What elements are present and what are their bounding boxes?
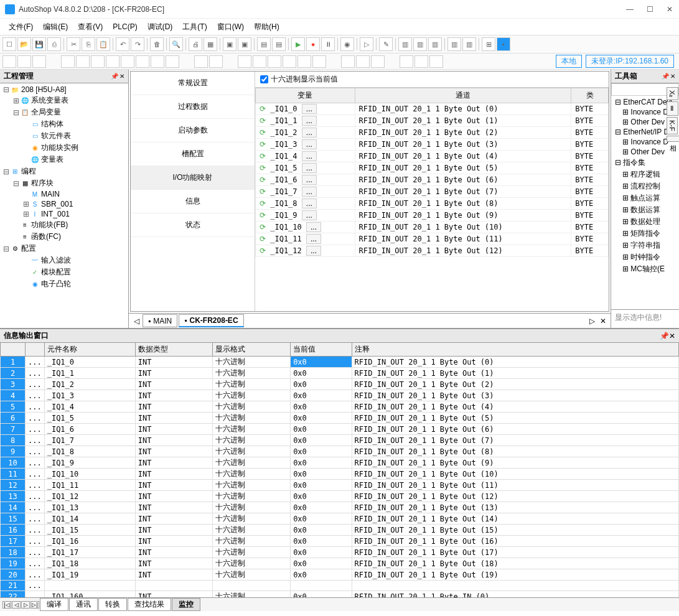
config-tab[interactable]: 启动参数 [131, 119, 255, 142]
out-header[interactable]: 当前值 [291, 343, 352, 357]
btab-next[interactable]: ▷ [21, 601, 30, 609]
tb-h[interactable]: ▥ [398, 37, 412, 51]
out-header[interactable] [26, 343, 45, 357]
pause-button[interactable]: ⏸ [321, 37, 335, 51]
tree-node[interactable]: ⊟📋全局变量 [1, 106, 127, 118]
tree-node[interactable]: MMAIN [1, 189, 127, 199]
out-header[interactable]: 元件名称 [44, 343, 135, 357]
output-row[interactable]: 10..._IQ1_9INT十六进制0x0RFID_IN_OUT 20_1 1 … [1, 457, 679, 469]
toolbox-node[interactable]: ⊞ MC轴控(E [612, 263, 678, 275]
tree-node[interactable]: ⊟📁208 [H5U-A8] [1, 85, 127, 95]
tb2-j[interactable] [151, 55, 164, 68]
tb2-u[interactable] [356, 55, 370, 68]
browse-button[interactable]: ... [302, 128, 317, 138]
output-tab[interactable]: 编译 [40, 598, 68, 611]
tab-nav-left[interactable]: ◁ [131, 317, 141, 325]
editor-tab[interactable]: ▪CK-FR208-EC [179, 314, 243, 327]
btab-prev[interactable]: ◁ [12, 601, 21, 609]
output-row[interactable]: 6..._IQ1_5INT十六进制0x0RFID_IN_OUT 20_1 1 B… [1, 413, 679, 424]
menu-item[interactable]: 窗口(W) [213, 21, 248, 34]
browse-button[interactable]: ... [302, 163, 317, 173]
tb-n[interactable]: ▪ [497, 37, 510, 51]
io-row[interactable]: ⟳ _IQ1_1 ...RFID_IN_OUT 20_1 1 Byte Out … [256, 115, 609, 127]
output-row[interactable]: 3..._IQ1_2INT十六进制0x0RFID_IN_OUT 20_1 1 B… [1, 379, 679, 390]
column-header[interactable]: 变量 [256, 88, 355, 103]
tb2-n[interactable] [238, 55, 251, 68]
output-row[interactable]: 17..._IQ1_16INT十六进制0x0RFID_IN_OUT 20_1 1… [1, 536, 679, 547]
tree-node[interactable]: ⊟▦程序块 [1, 177, 127, 189]
config-tab[interactable]: 槽配置 [131, 142, 255, 166]
out-header[interactable] [1, 343, 26, 357]
browse-button[interactable]: ... [302, 139, 317, 149]
io-row[interactable]: ⟳ _IQ1_6 ...RFID_IN_OUT 20_1 1 Byte Out … [256, 174, 609, 186]
toolbox-node[interactable]: ⊞ 触点运算 [612, 192, 678, 204]
tree-node[interactable]: ⊞🌐系统变量表 [1, 95, 127, 106]
out-header[interactable]: 注释 [352, 343, 678, 357]
tb2-s[interactable] [312, 55, 326, 68]
tb2-e[interactable] [76, 55, 90, 68]
local-indicator[interactable]: 本地 [556, 55, 582, 68]
tb2-p[interactable] [268, 55, 281, 68]
output-row[interactable]: 15..._IQ1_14INT十六进制0x0RFID_IN_OUT 20_1 1… [1, 513, 679, 525]
tb-a[interactable]: ▣ [223, 37, 236, 51]
tree-node[interactable]: ◉功能块实例 [1, 142, 127, 154]
output-tab[interactable]: 监控 [172, 598, 200, 611]
browse-button[interactable]: ... [302, 175, 317, 185]
tb2-t[interactable] [341, 55, 355, 68]
search-button[interactable]: 🔍 [169, 37, 183, 51]
tb-b[interactable]: ▣ [238, 37, 251, 51]
browse-button[interactable]: ... [302, 198, 317, 208]
tb2-k[interactable] [166, 55, 179, 68]
side-tab[interactable]: K-F [667, 117, 678, 134]
menu-item[interactable]: 文件(F) [5, 21, 37, 34]
maximize-button[interactable]: ☐ [645, 5, 654, 14]
close-icon[interactable]: ✕ [670, 73, 675, 80]
tb2-c[interactable] [32, 55, 46, 68]
io-mapping-table[interactable]: 变量通道类⟳ _IQ1_0 ...RFID_IN_OUT 20_1 1 Byte… [255, 87, 609, 311]
toolbox-node[interactable]: ⊞ 流程控制 [612, 180, 678, 192]
toolbox-node[interactable]: ⊞ 字符串指 [612, 240, 678, 251]
tb2-h[interactable] [121, 55, 134, 68]
browse-button[interactable]: ... [306, 246, 321, 256]
config-tab[interactable]: 过程数据 [131, 95, 255, 119]
minimize-button[interactable]: — [625, 5, 634, 14]
toolbox-node[interactable]: ⊞ 矩阵指令 [612, 228, 678, 240]
toolbox-node[interactable]: ⊟ 指令集 [612, 157, 678, 169]
output-row[interactable]: 8..._IQ1_7INT十六进制0x0RFID_IN_OUT 20_1 1 B… [1, 435, 679, 446]
tb2-o[interactable] [253, 55, 266, 68]
tb-k[interactable]: ▥ [447, 37, 461, 51]
tb2-q[interactable] [283, 55, 296, 68]
cut-button[interactable]: ✂ [67, 37, 80, 51]
menu-item[interactable]: 查看(V) [74, 21, 106, 34]
tree-node[interactable]: ⊟⊞编程 [1, 166, 127, 177]
ip-indicator[interactable]: 未登录:IP:192.168.1.60 [586, 55, 674, 68]
pin-icon[interactable]: 📌 [111, 73, 118, 80]
io-row[interactable]: ⟳ _IQ1_4 ...RFID_IN_OUT 20_1 1 Byte Out … [256, 151, 609, 162]
print-button[interactable]: 🖨 [189, 37, 202, 51]
browse-button[interactable]: ... [302, 104, 317, 114]
output-row[interactable]: 1..._IQ1_0INT十六进制0x0RFID_IN_OUT 20_1 1 B… [1, 357, 679, 368]
tree-node[interactable]: ⊞IINT_001 [1, 209, 127, 219]
delete-button[interactable]: 🗑 [150, 37, 164, 51]
save-button[interactable]: 💾 [32, 37, 46, 51]
tree-node[interactable]: 🌐变量表 [1, 154, 127, 166]
output-tab[interactable]: 查找结果 [128, 598, 171, 611]
pin-icon[interactable]: 📌 [662, 73, 669, 80]
column-header[interactable]: 类 [571, 88, 609, 103]
tb2-y[interactable] [429, 55, 443, 68]
new-button[interactable]: ☐ [2, 37, 16, 51]
btab-last[interactable]: ▷| [30, 601, 39, 609]
redo-button[interactable]: ↷ [131, 37, 144, 51]
undo-button[interactable]: ↶ [116, 37, 129, 51]
tb2-d[interactable] [61, 55, 75, 68]
tree-node[interactable]: ✓模块配置 [1, 266, 127, 278]
tb2-r[interactable] [297, 55, 311, 68]
menu-item[interactable]: 帮助(H) [250, 21, 283, 34]
tb2-l[interactable] [194, 55, 208, 68]
browse-button[interactable]: ... [302, 187, 317, 197]
io-row[interactable]: ⟳ _IQ1_5 ...RFID_IN_OUT 20_1 1 Byte Out … [256, 162, 609, 174]
output-row[interactable]: 12..._IQ1_11INT十六进制0x0RFID_IN_OUT 20_1 1… [1, 480, 679, 491]
stop-button[interactable]: ● [306, 37, 320, 51]
browse-button[interactable]: ... [306, 234, 321, 244]
tb-g[interactable]: ✎ [379, 37, 393, 51]
